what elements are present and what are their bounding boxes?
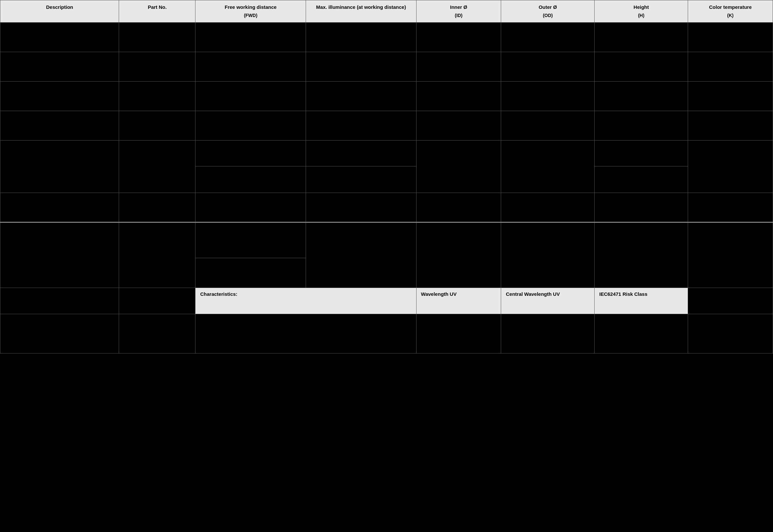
cell-color-4 <box>688 111 773 140</box>
char-col-empty <box>688 288 773 314</box>
cell-height-1 <box>595 22 688 52</box>
char-col-desc <box>0 288 119 314</box>
cell-height-3 <box>595 81 688 111</box>
cell-maxill-3 <box>306 81 416 111</box>
table-wrapper: Description Part No. Free working distan… <box>0 0 773 353</box>
char-data-desc <box>0 314 119 353</box>
col-inner-header: Inner Ø (ID) <box>416 0 501 23</box>
cell-partno-3 <box>119 81 196 111</box>
cell-color-3 <box>688 81 773 111</box>
char-label-cell: Characteristics: <box>196 288 416 314</box>
cell-partno-1 <box>119 22 196 52</box>
cell-maxill-5 <box>306 140 416 193</box>
cell-outer-7 <box>501 222 595 288</box>
cell-desc-1 <box>0 22 119 52</box>
cell-inner-1 <box>416 22 501 52</box>
cell-inner-2 <box>416 52 501 81</box>
table-row <box>0 222 773 288</box>
char-data-fwd <box>196 314 416 353</box>
char-col-iec: IEC62471 Risk Class <box>595 288 688 314</box>
cell-height-5 <box>595 140 688 193</box>
cell-maxill-4 <box>306 111 416 140</box>
cell-desc-2 <box>0 52 119 81</box>
col-partno-header: Part No. <box>119 0 196 23</box>
char-data-iec <box>595 314 688 353</box>
cell-color-2 <box>688 52 773 81</box>
cell-desc-6 <box>0 193 119 222</box>
col-description-header: Description <box>0 0 119 23</box>
char-data-central <box>501 314 595 353</box>
char-col-wavelength: Wavelength UV <box>416 288 501 314</box>
cell-color-5 <box>688 140 773 193</box>
cell-height-6 <box>595 193 688 222</box>
cell-fwd-2 <box>196 52 306 81</box>
table-row <box>0 81 773 111</box>
cell-outer-1 <box>501 22 595 52</box>
cell-maxill-6 <box>306 193 416 222</box>
cell-height-7 <box>595 222 688 288</box>
main-table: Description Part No. Free working distan… <box>0 0 773 353</box>
cell-partno-2 <box>119 52 196 81</box>
cell-maxill-7 <box>306 222 416 288</box>
cell-outer-4 <box>501 111 595 140</box>
cell-partno-4 <box>119 111 196 140</box>
table-row <box>0 22 773 52</box>
col-color-header: Color temperature (K) <box>688 0 773 23</box>
char-col-partno <box>119 288 196 314</box>
cell-fwd-5 <box>196 140 306 193</box>
cell-desc-3 <box>0 81 119 111</box>
cell-fwd-7 <box>196 222 306 288</box>
col-maxill-header: Max. illuminance (at working distance) <box>306 0 416 23</box>
char-data-row <box>0 314 773 353</box>
cell-desc-4 <box>0 111 119 140</box>
cell-color-6 <box>688 193 773 222</box>
char-data-partno <box>119 314 196 353</box>
cell-height-4 <box>595 111 688 140</box>
cell-outer-2 <box>501 52 595 81</box>
col-fwd-header: Free working distance (FWD) <box>196 0 306 23</box>
cell-outer-3 <box>501 81 595 111</box>
table-row <box>0 140 773 193</box>
cell-inner-6 <box>416 193 501 222</box>
cell-inner-4 <box>416 111 501 140</box>
col-height-header: Height (H) <box>595 0 688 23</box>
cell-outer-5 <box>501 140 595 193</box>
cell-partno-5 <box>119 140 196 193</box>
cell-color-1 <box>688 22 773 52</box>
table-row <box>0 193 773 222</box>
characteristics-header-row: Characteristics: Wavelength UV Central W… <box>0 288 773 314</box>
char-data-color <box>688 314 773 353</box>
col-outer-header: Outer Ø (OD) <box>501 0 595 23</box>
cell-desc-7 <box>0 222 119 288</box>
char-data-wavelength <box>416 314 501 353</box>
cell-fwd-1 <box>196 22 306 52</box>
char-col-central: Central Wavelength UV <box>501 288 595 314</box>
cell-fwd-6 <box>196 193 306 222</box>
cell-height-2 <box>595 52 688 81</box>
table-row <box>0 52 773 81</box>
cell-partno-6 <box>119 193 196 222</box>
cell-fwd-3 <box>196 81 306 111</box>
cell-partno-7 <box>119 222 196 288</box>
cell-inner-5 <box>416 140 501 193</box>
header-row: Description Part No. Free working distan… <box>0 0 773 23</box>
cell-fwd-4 <box>196 111 306 140</box>
cell-inner-7 <box>416 222 501 288</box>
table-row <box>0 111 773 140</box>
cell-color-7 <box>688 222 773 288</box>
cell-maxill-2 <box>306 52 416 81</box>
cell-desc-5 <box>0 140 119 193</box>
cell-outer-6 <box>501 193 595 222</box>
cell-maxill-1 <box>306 22 416 52</box>
cell-inner-3 <box>416 81 501 111</box>
